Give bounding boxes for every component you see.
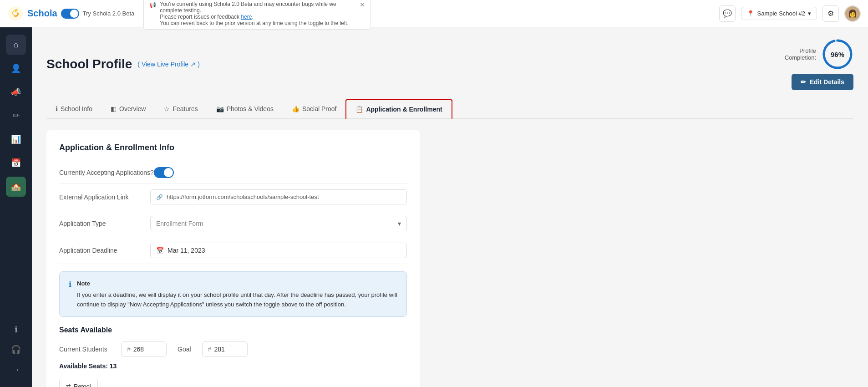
application-type-field: Enrollment Form ▾ [150,216,407,231]
hash-icon-2: # [208,346,212,353]
section-title: Application & Enrollment Info [59,143,407,153]
seats-title: Seats Available [59,326,407,334]
sidebar-item-expand[interactable]: → [6,360,26,380]
seats-row: Current Students # 268 Goal # 281 [59,341,407,357]
sidebar-item-analytics[interactable]: 📊 [6,129,26,149]
tab-overview-label: Overview [119,105,146,112]
sidebar-item-school[interactable]: 🏫 [6,177,26,197]
enrollment-content-card: Application & Enrollment Info Currently … [46,130,420,387]
info-icon: ℹ [15,325,18,335]
avatar[interactable]: 👩 [844,5,861,22]
profile-completion-wrapper: Profile Completion: 96% ✏ Edit Details [785,38,853,90]
building-icon: 🏫 [11,182,21,192]
beta-toggle-switch[interactable] [61,9,79,19]
note-title: Note [77,279,397,289]
sidebar-item-support[interactable]: 🎧 [6,340,26,360]
application-type-label: Application Type [59,220,150,227]
school-selector[interactable]: 📍 Sample School #2 ▾ [741,7,817,20]
overview-tab-icon: ◧ [111,105,117,112]
external-link-icon: ↗ [190,61,196,68]
page-header: School Profile ( View Live Profile ↗ ) P… [46,38,853,90]
goal-input[interactable]: # 281 [202,341,248,357]
tab-photos-videos[interactable]: 📷 Photos & Videos [207,100,283,119]
chevron-down-icon: ▾ [398,220,401,227]
top-navigation: Schola Try Schola 2.0 Beta 📢 You're curr… [0,0,868,27]
sidebar-item-people[interactable]: 👤 [6,58,26,78]
application-type-row: Application Type Enrollment Form ▾ [59,210,407,237]
school-name: Sample School #2 [757,10,805,17]
application-type-select[interactable]: Enrollment Form ▾ [150,216,407,231]
chevron-down-icon: ▾ [808,10,811,17]
close-banner-button[interactable]: ✕ [360,1,365,8]
main-content: School Profile ( View Live Profile ↗ ) P… [32,27,868,387]
edit-icon: ✏ [801,78,806,86]
current-students-input[interactable]: # 268 [121,341,167,357]
nav-right: 💬 📍 Sample School #2 ▾ ⚙ 👩 [719,5,861,22]
completion-circle: 96% [822,38,853,70]
view-live-profile-link[interactable]: ( View Live Profile ↗ ) [137,61,200,68]
hash-icon-1: # [127,346,131,353]
deadline-row: Application Deadline 📅 Mar 11, 2023 [59,237,407,264]
sidebar-item-info[interactable]: ℹ [6,320,26,340]
info-circle-icon: ℹ [69,280,71,309]
tools-icon: ✏ [13,111,20,121]
chart-icon: 📊 [11,134,21,144]
accepting-applications-row: Currently Accepting Applications? [59,162,407,184]
tab-social-proof[interactable]: 👍 Social Proof [283,100,345,119]
calendar-icon: 📅 [156,247,164,254]
current-students-value: 268 [133,346,144,353]
retool-button[interactable]: ⇄ Retool [59,379,98,387]
beta-toggle[interactable]: Try Schola 2.0 Beta [61,9,135,19]
schola-logo-icon [7,5,24,22]
link-icon: 🔗 [156,194,163,200]
location-icon: 📍 [747,10,754,17]
external-link-input[interactable]: 🔗 https://form.jotform.com/scholaschools… [150,189,407,204]
arrow-right-icon: → [12,365,20,375]
view-live-label[interactable]: View Live Profile [142,61,188,68]
chat-button[interactable]: 💬 [719,5,736,22]
available-seats: Available Seats: 13 [59,362,407,370]
external-link-value: https://form.jotform.com/scholaschools/s… [167,194,319,200]
banner-text-3: You can revert back to the prior version… [160,20,348,26]
tab-features[interactable]: ☆ Features [155,100,207,119]
beta-label: Try Schola 2.0 Beta [83,10,135,17]
sidebar-item-home[interactable]: ⌂ [6,35,26,55]
accepting-toggle[interactable] [154,167,174,178]
deadline-input[interactable]: 📅 Mar 11, 2023 [150,243,407,258]
tab-school-info[interactable]: ℹ School Info [46,100,102,119]
banner-text-2: Please report issues or feedback [160,14,239,20]
chat-icon: 💬 [723,9,732,18]
tabs-navigation: ℹ School Info ◧ Overview ☆ Features 📷 Ph… [46,99,853,119]
accepting-toggle-container [154,167,407,178]
tab-overview[interactable]: ◧ Overview [102,100,155,119]
social-proof-tab-icon: 👍 [292,105,299,112]
external-link-row: External Application Link 🔗 https://form… [59,184,407,210]
accepting-label: Currently Accepting Applications? [59,169,154,176]
sidebar-item-tools[interactable]: ✏ [6,106,26,126]
features-tab-icon: ☆ [164,105,170,112]
enrollment-tab-icon: 📋 [355,106,363,113]
tab-application-enrollment[interactable]: 📋 Application & Enrollment [345,99,452,119]
external-link-field: 🔗 https://form.jotform.com/scholaschools… [150,189,407,204]
deadline-label: Application Deadline [59,247,150,254]
sidebar-bottom: ℹ 🎧 → [6,320,26,380]
settings-button[interactable]: ⚙ [822,5,839,22]
external-link-label: External Application Link [59,194,150,201]
school-info-tab-icon: ℹ [56,105,58,112]
banner-text-1: You're currently using Schola 2.0 Beta a… [160,1,336,14]
sidebar-item-calendar[interactable]: 📅 [6,153,26,173]
edit-details-button[interactable]: ✏ Edit Details [792,74,853,90]
banner-link[interactable]: here [241,14,252,20]
logo-area: Schola Try Schola 2.0 Beta [7,5,134,22]
calendar-icon: 📅 [11,158,21,168]
tab-photos-label: Photos & Videos [227,105,274,112]
tab-features-label: Features [173,105,198,112]
tab-enrollment-label: Application & Enrollment [366,106,442,113]
tab-social-proof-label: Social Proof [302,105,336,112]
goal-label: Goal [178,346,191,353]
speaker-icon: 📢 [149,2,156,8]
page-title: School Profile [46,57,132,71]
sidebar-item-announcements[interactable]: 📣 [6,82,26,102]
completion-percent: 96% [831,51,844,58]
bracket-open: ( [137,61,140,68]
